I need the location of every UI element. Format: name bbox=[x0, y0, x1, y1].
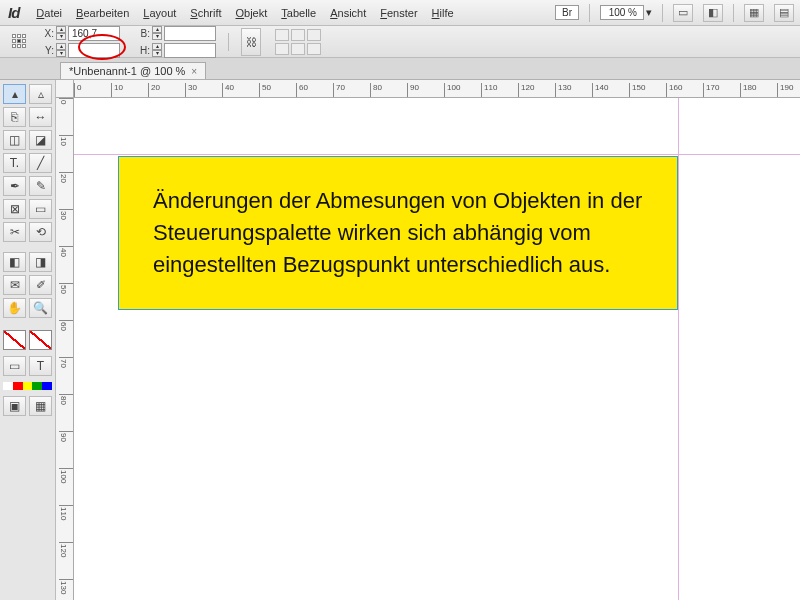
direct-selection-tool[interactable]: ▵ bbox=[29, 84, 52, 104]
menu-ansicht[interactable]: Ansicht bbox=[323, 4, 373, 22]
document-canvas[interactable]: 0102030405060708090100110120130140150160… bbox=[56, 80, 800, 600]
ruler-tick: 190 bbox=[777, 83, 793, 97]
page-edge-guide bbox=[678, 98, 679, 600]
eyedropper-tool[interactable]: ✐ bbox=[29, 275, 52, 295]
constrain-icon[interactable]: ⛓ bbox=[241, 28, 261, 56]
color-strip[interactable] bbox=[3, 382, 52, 390]
gradient-feather-tool[interactable]: ◨ bbox=[29, 252, 52, 272]
chevron-down-icon[interactable]: ▾ bbox=[646, 6, 652, 19]
gradient-tool[interactable]: ◧ bbox=[3, 252, 26, 272]
text-frame-content: Änderungen der Abmesungen von Objekten i… bbox=[153, 188, 642, 277]
ruler-tick: 140 bbox=[592, 83, 608, 97]
page-area[interactable]: Änderungen der Abmesungen von Objekten i… bbox=[74, 98, 800, 600]
ruler-tick: 110 bbox=[481, 83, 497, 97]
rectangle-tool[interactable]: ▭ bbox=[29, 199, 52, 219]
screen-mode-icon[interactable]: ◧ bbox=[703, 4, 723, 22]
menu-hilfe[interactable]: Hilfe bbox=[425, 4, 461, 22]
pen-tool[interactable]: ✒ bbox=[3, 176, 26, 196]
divider bbox=[733, 4, 734, 22]
ruler-tick: 160 bbox=[666, 83, 682, 97]
type-tool[interactable]: T. bbox=[3, 153, 26, 173]
x-field[interactable]: 160,7 mm bbox=[68, 26, 120, 41]
divider bbox=[662, 4, 663, 22]
ruler-tick: 40 bbox=[59, 246, 73, 257]
ruler-tick: 70 bbox=[59, 357, 73, 368]
note-tool[interactable]: ✉ bbox=[3, 275, 26, 295]
gap-tool[interactable]: ↔ bbox=[29, 107, 52, 127]
ruler-tick: 130 bbox=[59, 579, 73, 594]
ruler-tick: 90 bbox=[59, 431, 73, 442]
normal-view-icon[interactable]: ▣ bbox=[3, 396, 26, 416]
align-icons-group[interactable] bbox=[275, 29, 321, 55]
content-collector-tool[interactable]: ◪ bbox=[29, 130, 52, 150]
zoom-value[interactable]: 100 % bbox=[600, 5, 644, 20]
y-field[interactable] bbox=[68, 43, 120, 58]
transform-tool[interactable]: ⟲ bbox=[29, 222, 52, 242]
h-field[interactable] bbox=[164, 43, 216, 58]
ruler-tick: 50 bbox=[259, 83, 271, 97]
reference-point-widget[interactable] bbox=[12, 34, 28, 50]
h-label: H: bbox=[136, 45, 150, 56]
text-frame[interactable]: Änderungen der Abmesungen von Objekten i… bbox=[118, 156, 678, 310]
page-tool[interactable]: ⎘ bbox=[3, 107, 26, 127]
ruler-tick: 150 bbox=[629, 83, 645, 97]
horizontal-ruler[interactable]: 0102030405060708090100110120130140150160… bbox=[74, 80, 800, 98]
toolbox: ▴▵ ⎘↔ ◫◪ T.╱ ✒✎ ⊠▭ ✂⟲ ◧◨ ✉✐ ✋🔍 ▭T ▣▦ bbox=[0, 80, 56, 600]
formatting-text-icon[interactable]: T bbox=[29, 356, 52, 376]
menu-objekt[interactable]: Objekt bbox=[229, 4, 275, 22]
divider bbox=[589, 4, 590, 22]
ruler-tick: 40 bbox=[222, 83, 234, 97]
vertical-ruler[interactable]: 0102030405060708090100110120130 bbox=[56, 98, 74, 600]
ruler-tick: 80 bbox=[59, 394, 73, 405]
zoom-control[interactable]: 100 % ▾ bbox=[600, 5, 652, 20]
ruler-tick: 110 bbox=[59, 505, 73, 520]
ruler-tick: 170 bbox=[703, 83, 719, 97]
menu-bearbeiten[interactable]: Bearbeiten bbox=[69, 4, 136, 22]
margin-guide bbox=[74, 154, 800, 155]
scissors-tool[interactable]: ✂ bbox=[3, 222, 26, 242]
ruler-tick: 90 bbox=[407, 83, 419, 97]
workspace-icon[interactable]: ▤ bbox=[774, 4, 794, 22]
app-logo: Id bbox=[6, 4, 27, 21]
ruler-tick: 100 bbox=[444, 83, 460, 97]
close-icon[interactable]: × bbox=[191, 66, 197, 77]
x-stepper[interactable]: ▴▾ bbox=[56, 26, 66, 40]
selection-tool[interactable]: ▴ bbox=[3, 84, 26, 104]
frame-tool[interactable]: ⊠ bbox=[3, 199, 26, 219]
divider bbox=[228, 33, 229, 51]
ruler-tick: 30 bbox=[185, 83, 197, 97]
ruler-origin[interactable] bbox=[56, 80, 74, 98]
arrange-docs-icon[interactable]: ▦ bbox=[744, 4, 764, 22]
menu-fenster[interactable]: Fenster bbox=[373, 4, 424, 22]
menu-datei[interactable]: Datei bbox=[29, 4, 69, 22]
w-stepper[interactable]: ▴▾ bbox=[152, 26, 162, 40]
document-tab-title: *Unbenannt-1 @ 100 % bbox=[69, 65, 185, 77]
ruler-tick: 20 bbox=[59, 172, 73, 183]
pencil-tool[interactable]: ✎ bbox=[29, 176, 52, 196]
preview-icon[interactable]: ▦ bbox=[29, 396, 52, 416]
ruler-tick: 30 bbox=[59, 209, 73, 220]
h-stepper[interactable]: ▴▾ bbox=[152, 43, 162, 57]
ruler-tick: 120 bbox=[59, 542, 73, 557]
zoom-tool[interactable]: 🔍 bbox=[29, 298, 52, 318]
content-tool[interactable]: ◫ bbox=[3, 130, 26, 150]
ruler-tick: 180 bbox=[740, 83, 756, 97]
y-stepper[interactable]: ▴▾ bbox=[56, 43, 66, 57]
view-options-icon[interactable]: ▭ bbox=[673, 4, 693, 22]
w-field[interactable] bbox=[164, 26, 216, 41]
y-label: Y: bbox=[40, 45, 54, 56]
menu-schrift[interactable]: Schrift bbox=[183, 4, 228, 22]
menu-tabelle[interactable]: Tabelle bbox=[274, 4, 323, 22]
menu-layout[interactable]: Layout bbox=[136, 4, 183, 22]
fill-swatch[interactable] bbox=[3, 330, 26, 350]
formatting-container-icon[interactable]: ▭ bbox=[3, 356, 26, 376]
ruler-tick: 130 bbox=[555, 83, 571, 97]
bridge-button[interactable]: Br bbox=[555, 5, 579, 20]
ruler-tick: 70 bbox=[333, 83, 345, 97]
stroke-swatch[interactable] bbox=[29, 330, 52, 350]
line-tool[interactable]: ╱ bbox=[29, 153, 52, 173]
hand-tool[interactable]: ✋ bbox=[3, 298, 26, 318]
w-label: B: bbox=[136, 28, 150, 39]
ruler-tick: 80 bbox=[370, 83, 382, 97]
document-tab[interactable]: *Unbenannt-1 @ 100 % × bbox=[60, 62, 206, 79]
